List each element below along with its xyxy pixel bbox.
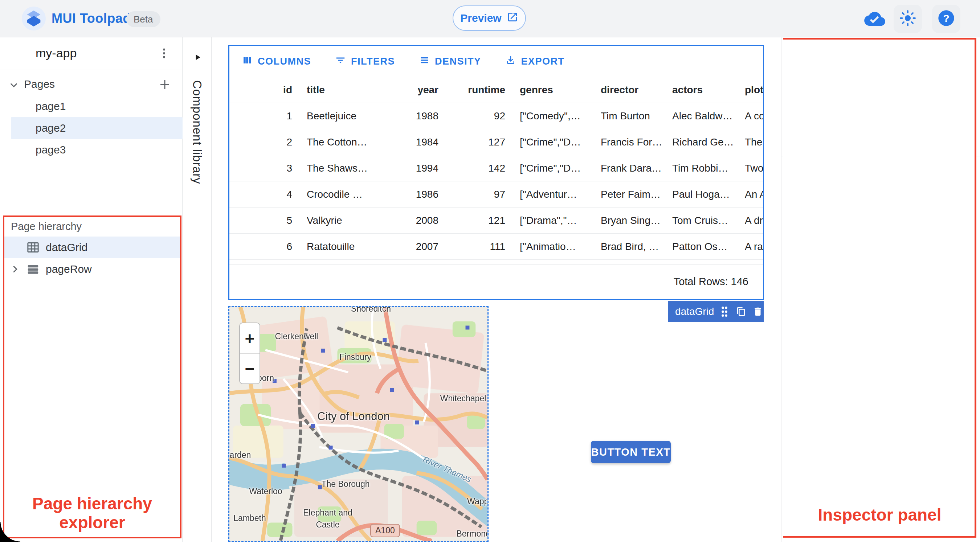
- project-menu-button[interactable]: [154, 43, 174, 64]
- map-place-text: Whitechapel: [440, 394, 486, 403]
- column-header[interactable]: title: [299, 84, 375, 96]
- density-button[interactable]: DENSITY: [419, 55, 481, 68]
- id-field-select[interactable]: Id field: [796, 263, 938, 289]
- loading-checkbox[interactable]: [796, 386, 813, 403]
- sx-add-binding-icon[interactable]: [945, 453, 967, 475]
- id-field-add-binding-icon[interactable]: [945, 265, 967, 287]
- page-item-label: page2: [35, 122, 66, 134]
- page-item-label: page1: [35, 100, 66, 113]
- inspector-annotation-label: Inspector panel: [783, 505, 976, 525]
- cell-runtime: 142: [446, 162, 512, 174]
- chevron-right-icon[interactable]: [9, 263, 22, 276]
- loading-add-binding-icon[interactable]: [945, 385, 967, 407]
- cell-plot: A ra: [738, 241, 764, 253]
- node-name-field[interactable]: Node name dataGrid: [795, 100, 952, 128]
- map-place-label: Elephant and: [303, 508, 352, 518]
- map-place-text: Waterloo: [249, 486, 282, 496]
- chevron-down-icon[interactable]: [6, 78, 21, 92]
- hide-toolbar-checkbox[interactable]: [796, 420, 813, 437]
- map-place-text: Lambeth: [233, 513, 266, 523]
- help-button[interactable]: ?: [932, 5, 960, 33]
- cell-year: 2007: [375, 241, 446, 253]
- hierarchy-item-pagerow[interactable]: pageRow: [4, 258, 181, 280]
- add-page-button[interactable]: [157, 76, 173, 92]
- explorer-sidebar: my-app Pages page1 page2 page3: [0, 37, 183, 542]
- zoom-in-button[interactable]: +: [240, 323, 259, 354]
- columns-property-button[interactable]: columns: [802, 229, 849, 242]
- tab-component[interactable]: Component: [848, 37, 913, 60]
- sx-property-button[interactable]: sx: [796, 452, 938, 476]
- cell-runtime: 97: [446, 189, 512, 200]
- column-header[interactable]: plot: [738, 84, 764, 96]
- column-header[interactable]: runtime: [446, 84, 512, 96]
- column-header[interactable]: year: [375, 84, 446, 96]
- map-place-text: Shoreditch: [351, 306, 391, 313]
- top-bar: MUI Toolpad Beta Preview: [0, 0, 980, 37]
- pages-list: page1 page2 page3: [0, 95, 183, 161]
- sidebar-page-item[interactable]: page1: [11, 95, 183, 117]
- cell-id: 2: [229, 137, 299, 148]
- tab-page[interactable]: Page: [781, 37, 848, 60]
- hierarchy-item-datagrid[interactable]: dataGrid: [4, 237, 181, 258]
- rows-property-button[interactable]: rows: [796, 189, 938, 215]
- table-row[interactable]: 5 Valkyrie 2008 121 ["Drama","… Bryan Si…: [229, 208, 763, 234]
- cell-director: Tim Burton: [593, 110, 665, 122]
- map-place-text: Finsbury: [339, 352, 371, 362]
- map-place-text: River Thames: [422, 455, 473, 484]
- selected-node-chip: dataGrid: [668, 301, 764, 322]
- rows-binding-link-icon[interactable]: [945, 191, 967, 213]
- cell-genres: ["Adventur…: [512, 189, 593, 200]
- table-row[interactable]: 2 The Cotton… 1984 127 ["Crime","D… Fran…: [229, 129, 763, 155]
- column-header[interactable]: id: [229, 84, 299, 96]
- loading-checkbox-row[interactable]: loading: [796, 386, 858, 403]
- delete-button[interactable]: [752, 304, 763, 319]
- sidebar-page-item[interactable]: page2: [11, 117, 183, 139]
- table-row[interactable]: 3 The Shaws… 1994 142 ["Crime","D… Frank…: [229, 155, 763, 181]
- selection-property-button[interactable]: selection: [796, 302, 938, 329]
- sidebar-page-item[interactable]: page3: [11, 139, 183, 161]
- filter-list-icon: [335, 55, 346, 68]
- theme-toggle-button[interactable]: [894, 5, 922, 33]
- map-place-label: The Borough: [321, 479, 370, 489]
- table-row[interactable]: 4 Crocodile … 1986 97 ["Adventur… Peter …: [229, 181, 763, 208]
- cell-actors: Tim Robbi…: [665, 162, 738, 174]
- cell-plot: An A: [738, 189, 764, 200]
- map-place-label: Waterloo: [249, 486, 282, 496]
- columns-button[interactable]: COLUMNS: [242, 55, 311, 68]
- density-button-label: DENSITY: [435, 56, 481, 67]
- hide-toolbar-label: hideToolbar: [822, 422, 880, 435]
- column-header[interactable]: director: [593, 84, 665, 96]
- hide-toolbar-checkbox-row[interactable]: hideToolbar: [796, 420, 880, 437]
- hide-toolbar-add-binding-icon[interactable]: [945, 419, 967, 440]
- duplicate-button[interactable]: [735, 304, 747, 319]
- download-icon: [505, 55, 516, 68]
- map-place-label: Bermondsey: [456, 529, 488, 539]
- map-component[interactable]: Shoreditch Clerkenwell Finsbury born Whi…: [228, 306, 488, 542]
- column-header[interactable]: genres: [512, 84, 593, 96]
- zoom-out-button[interactable]: −: [240, 354, 259, 384]
- tab-theme[interactable]: Theme: [914, 37, 980, 60]
- cell-genres: ["Animatio…: [512, 241, 593, 253]
- map-place-label: arden: [230, 450, 251, 460]
- canvas-button-component[interactable]: BUTTON TEXT: [591, 441, 671, 463]
- columns-button-label: COLUMNS: [258, 56, 311, 67]
- view-column-icon: [242, 55, 253, 68]
- drag-handle-icon[interactable]: [720, 304, 729, 319]
- table-row[interactable]: 1 Beetlejuice 1988 92 ["Comedy",… Tim Bu…: [229, 103, 763, 129]
- cell-id: 6: [229, 241, 299, 253]
- density-select[interactable]: density compact: [796, 344, 938, 372]
- density-add-binding-icon[interactable]: [945, 347, 967, 369]
- density-icon: [419, 55, 430, 68]
- expand-library-icon[interactable]: [191, 51, 204, 64]
- cell-runtime: 111: [446, 241, 512, 253]
- datagrid-footer: Total Rows: 146: [229, 264, 763, 299]
- filters-button[interactable]: FILTERS: [335, 55, 395, 68]
- preview-button[interactable]: Preview: [453, 5, 526, 31]
- cell-director: Brad Bird, …: [593, 241, 665, 253]
- project-row: my-app: [0, 37, 183, 70]
- export-button[interactable]: EXPORT: [505, 55, 565, 68]
- table-row[interactable]: 6 Ratatouille 2007 111 ["Animatio… Brad …: [229, 234, 763, 260]
- datagrid-component[interactable]: COLUMNS FILTERS DENSITY EXPORT: [228, 45, 764, 300]
- column-header[interactable]: actors: [665, 84, 738, 96]
- density-value: compact: [808, 353, 850, 366]
